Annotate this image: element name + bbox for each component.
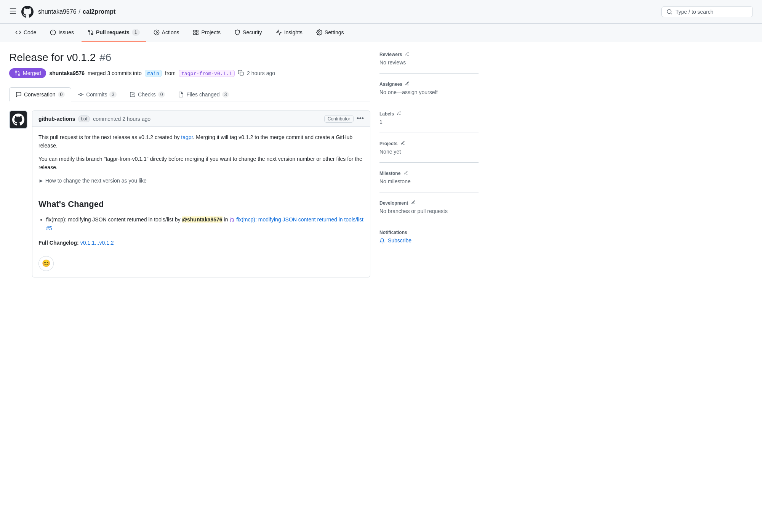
comment-box: github-actions bot commented 2 hours ago… [32,111,370,277]
breadcrumb-separator: / [79,8,80,15]
nav-item-code[interactable]: Code [9,24,42,42]
nav-item-issues[interactable]: Issues [44,24,80,42]
pr-main: Release for v0.1.2 #6 Merged shuntaka957… [9,51,370,287]
contributor-badge: Contributor [324,115,354,123]
svg-rect-12 [194,33,195,35]
emoji-reaction-button[interactable]: 😊 [38,256,54,271]
comment-body: This pull request is for the next releas… [32,127,370,277]
sidebar-section-development: Development No branches or pull requests [379,200,479,222]
sidebar-label-reviewers: Reviewers [379,51,479,57]
tab-checks[interactable]: Checks 0 [123,87,171,101]
changelog-pr-number[interactable]: #5 [46,225,52,231]
sidebar-section-labels: Labels 1 [379,111,479,133]
tab-conversation-badge: 0 [58,91,65,98]
nav-item-security[interactable]: Security [228,24,268,42]
comment-divider [38,191,364,191]
topbar: shuntaka9576 / cal2prompt Type / to sear… [0,0,762,24]
svg-rect-11 [197,33,199,35]
copy-icon[interactable] [238,70,244,77]
pr-time: 2 hours ago [247,70,275,76]
svg-point-18 [80,93,82,95]
svg-point-15 [15,71,17,72]
nav-label-actions: Actions [162,29,179,35]
tab-commits-badge: 3 [109,91,117,98]
base-branch[interactable]: main [145,70,162,77]
nav-item-actions[interactable]: Actions [147,24,186,42]
changelog-pr-link[interactable]: fix(mcp): modifying JSON content returne… [236,216,363,223]
sidebar-value-milestone: No milestone [379,178,479,184]
svg-marker-8 [156,31,157,33]
svg-rect-17 [240,72,243,75]
tab-files-changed[interactable]: Files changed 3 [171,87,235,101]
pr-author[interactable]: shuntaka9576 [49,70,85,76]
sidebar-section-assignees: Assignees No one—assign yourself [379,81,479,103]
search-placeholder: Type / to search [676,9,714,15]
sidebar-label-milestone: Milestone [379,170,479,176]
comment-time: commented 2 hours ago [93,116,150,122]
nav-label-settings: Settings [325,29,344,35]
pr-from-text: from [165,70,176,76]
comment-paragraph-2: You can modify this branch "tagpr-from-v… [38,155,364,172]
hamburger-icon[interactable] [9,7,17,16]
sidebar-value-labels: 1 [379,119,479,125]
svg-point-5 [88,30,90,32]
sidebar-value-notifications[interactable]: Subscribe [379,237,479,244]
tab-commits-label: Commits [86,91,107,98]
tab-commits[interactable]: Commits 3 [71,87,123,101]
svg-point-22 [230,218,232,220]
full-changelog-row: Full Changelog: v0.1.1...v0.1.2 [38,239,364,247]
repo-nav: Code Issues Pull requests 1 Actions Proj… [0,24,762,42]
more-options-button[interactable]: ••• [357,115,364,123]
pr-number: #6 [99,51,111,64]
sidebar-value-development: No branches or pull requests [379,208,479,214]
full-changelog-label: Full Changelog: [38,240,80,246]
pr-action-text: merged 3 commits into [88,70,142,76]
avatar-container [9,111,27,277]
sidebar-section-notifications: Notifications Subscribe [379,230,479,251]
changelog-list: fix(mcp): modifying JSON content returne… [46,215,364,232]
pr-title: Release for v0.1.2 [9,51,96,64]
head-branch[interactable]: tagpr-from-v0.1.1 [179,70,235,77]
full-changelog-link[interactable]: v0.1.1...v0.1.2 [80,240,114,246]
svg-rect-9 [194,30,195,32]
breadcrumb-owner[interactable]: shuntaka9576 [38,8,77,15]
sidebar-value-reviewers: No reviews [379,59,479,66]
merged-badge: Merged [9,68,46,78]
tab-files-changed-badge: 3 [222,91,229,98]
tab-conversation[interactable]: Conversation 0 [9,87,71,101]
whats-changed-title: What's Changed [38,197,364,211]
svg-point-0 [667,10,671,14]
nav-item-settings[interactable]: Settings [310,24,350,42]
search-box[interactable]: Type / to search [661,6,753,17]
github-logo[interactable] [21,6,34,18]
nav-label-issues: Issues [58,29,74,35]
tab-checks-label: Checks [138,91,156,98]
comment-details: ► How to change the next version as you … [38,176,364,185]
nav-label-projects: Projects [201,29,221,35]
nav-item-insights[interactable]: Insights [270,24,309,42]
topbar-left: shuntaka9576 / cal2prompt [9,6,115,18]
tab-checks-badge: 0 [158,91,165,98]
tagpr-link[interactable]: tagpr [181,134,193,140]
sidebar-section-milestone: Milestone No milestone [379,170,479,192]
pr-title-row: Release for v0.1.2 #6 [9,51,370,64]
nav-item-projects[interactable]: Projects [187,24,227,42]
pr-tabs: Conversation 0 Commits 3 Checks 0 [9,87,370,101]
comment-paragraph-1: This pull request is for the next releas… [38,133,364,150]
svg-rect-10 [197,30,199,32]
comment-header-right: Contributor ••• [324,115,364,123]
svg-point-14 [18,74,20,75]
svg-point-21 [233,221,234,222]
breadcrumb-repo[interactable]: cal2prompt [83,8,115,15]
changelog-user-mention[interactable]: @shuntaka9576 [182,216,222,223]
changelog-item-1: fix(mcp): modifying JSON content returne… [46,215,364,232]
sidebar-label-assignees: Assignees [379,81,479,87]
details-summary[interactable]: ► How to change the next version as you … [38,178,147,184]
nav-label-pull-requests: Pull requests [96,29,130,35]
sidebar-section-projects: Projects None yet [379,141,479,163]
svg-point-13 [319,32,320,33]
tab-files-changed-label: Files changed [186,91,219,98]
comment-author[interactable]: github-actions [38,116,75,122]
avatar [9,111,27,129]
nav-item-pull-requests[interactable]: Pull requests 1 [82,24,146,42]
